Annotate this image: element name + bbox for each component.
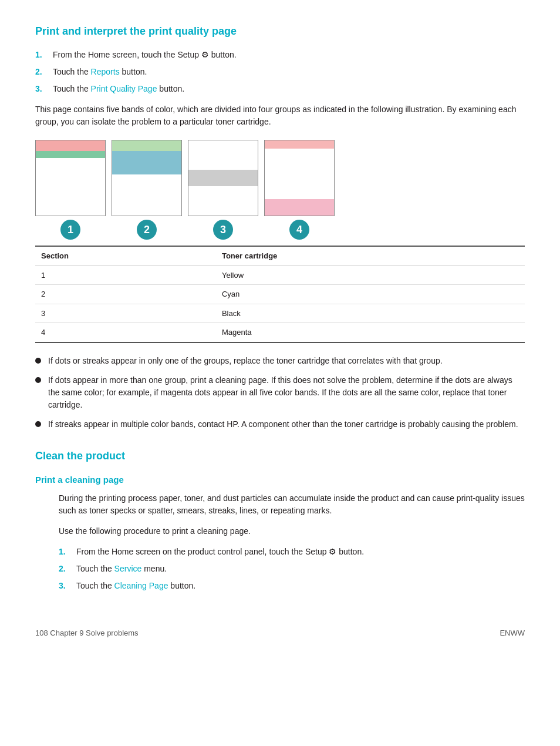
section1-intro: This page contains five bands of color, … (35, 103, 525, 128)
section2: Clean the product Print a cleaning page … (35, 448, 525, 593)
s2-step2-text: Touch the Service menu. (76, 563, 167, 575)
print-quality-page-link[interactable]: Print Quality Page (91, 84, 157, 93)
step2-text: Touch the Reports button. (53, 66, 147, 78)
bullet-item-1: If dots or streaks appear in only one of… (35, 355, 525, 367)
bullet-dot-2 (35, 377, 41, 383)
table-header-toner: Toner cartridge (216, 246, 525, 266)
step-1: 1. From the Home screen, touch the Setup… (35, 49, 525, 61)
bullet-text-2: If dots appear in more than one group, p… (48, 374, 525, 411)
color-bands-illustration: 1 2 3 4 (35, 140, 525, 240)
table-cell-toner: Magenta (216, 323, 525, 342)
section1-bullets: If dots or streaks appear in only one of… (35, 355, 525, 431)
section1-steps: 1. From the Home screen, touch the Setup… (35, 49, 525, 95)
s2-step-3: 3. Touch the Cleaning Page button. (59, 580, 525, 592)
band-num-1: 1 (60, 220, 80, 240)
section2-title: Clean the product (35, 448, 525, 464)
bullet-dot-1 (35, 358, 41, 364)
bullet-text-3: If streaks appear in multiple color band… (48, 418, 518, 431)
s2-step-2: 2. Touch the Service menu. (59, 563, 525, 575)
table-row: 3 Black (35, 304, 525, 323)
cleaning-intro-1: During the printing process paper, toner… (59, 492, 525, 517)
step2-num: 2. (35, 66, 53, 78)
table-cell-section: 3 (35, 304, 216, 323)
bullet-item-3: If streaks appear in multiple color band… (35, 418, 525, 431)
cleaning-intro-2: Use the following procedure to print a c… (59, 525, 525, 537)
table-cell-section: 2 (35, 285, 216, 304)
s2-step1-text: From the Home screen on the product cont… (76, 546, 364, 558)
table-cell-toner: Yellow (216, 266, 525, 285)
table-cell-toner: Black (216, 304, 525, 323)
table-row: 2 Cyan (35, 285, 525, 304)
section1-title: Print and interpret the print quality pa… (35, 23, 525, 39)
setup-icon-2: ⚙ (329, 547, 336, 556)
table-cell-toner: Cyan (216, 285, 525, 304)
service-link[interactable]: Service (114, 564, 142, 573)
s2-step-1: 1. From the Home screen on the product c… (59, 546, 525, 558)
band-col-4: 4 (264, 140, 335, 240)
page-footer: 108 Chapter 9 Solve problems ENWW (35, 627, 525, 639)
band-col-1: 1 (35, 140, 106, 240)
band-col-3: 3 (188, 140, 258, 240)
reports-link[interactable]: Reports (91, 67, 120, 76)
band-num-3: 3 (213, 220, 233, 240)
table-cell-section: 1 (35, 266, 216, 285)
step3-num: 3. (35, 83, 53, 95)
band-box-1 (35, 140, 106, 216)
step3-text: Touch the Print Quality Page button. (53, 83, 184, 95)
band-num-4: 4 (289, 220, 309, 240)
bullet-text-1: If dots or streaks appear in only one of… (48, 355, 443, 367)
step-2: 2. Touch the Reports button. (35, 66, 525, 78)
footer-right: ENWW (500, 627, 525, 639)
step1-text: From the Home screen, touch the Setup ⚙ … (53, 49, 237, 61)
subsection-title: Print a cleaning page (35, 473, 525, 487)
footer-left: 108 Chapter 9 Solve problems (35, 627, 139, 639)
s2-step3-text: Touch the Cleaning Page button. (76, 580, 195, 592)
bullet-dot-3 (35, 421, 41, 427)
cleaning-page-link[interactable]: Cleaning Page (114, 581, 168, 590)
table-cell-section: 4 (35, 323, 216, 342)
table-header-section: Section (35, 246, 216, 266)
table-row: 4 Magenta (35, 323, 525, 342)
subsection-content: During the printing process paper, toner… (59, 492, 525, 592)
band-box-3 (188, 140, 258, 216)
cartridge-table: Section Toner cartridge 1 Yellow 2 Cyan … (35, 246, 525, 343)
band-box-4 (264, 140, 335, 216)
s2-step1-num: 1. (59, 546, 76, 558)
section2-steps: 1. From the Home screen on the product c… (59, 546, 525, 592)
s2-step3-num: 3. (59, 580, 76, 592)
step1-num: 1. (35, 49, 53, 61)
table-row: 1 Yellow (35, 266, 525, 285)
bullet-item-2: If dots appear in more than one group, p… (35, 374, 525, 411)
setup-icon-1: ⚙ (201, 50, 209, 59)
step-3: 3. Touch the Print Quality Page button. (35, 83, 525, 95)
band-col-2: 2 (112, 140, 182, 240)
band-box-2 (112, 140, 182, 216)
band-num-2: 2 (137, 220, 157, 240)
s2-step2-num: 2. (59, 563, 76, 575)
